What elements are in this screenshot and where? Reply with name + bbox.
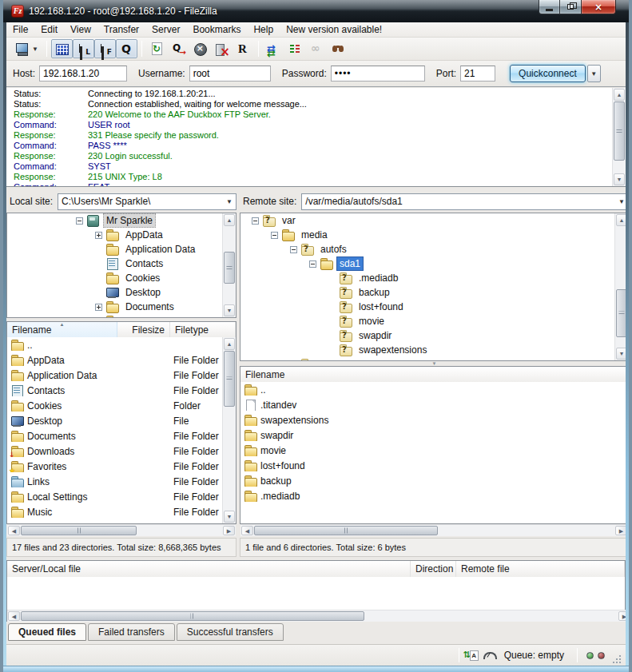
toggle-local-tree-button[interactable] bbox=[73, 39, 94, 58]
queue-hscrollbar-thumb[interactable] bbox=[21, 611, 364, 621]
tree-item-contacts[interactable]: Contacts bbox=[7, 256, 222, 271]
speed-limit-icon[interactable] bbox=[482, 649, 496, 662]
tree-item-autofs[interactable]: ?autofs bbox=[240, 242, 614, 256]
expand-icon[interactable] bbox=[95, 304, 102, 311]
file-row--[interactable]: .. bbox=[240, 382, 628, 397]
local-list-hscrollbar[interactable]: ◀ ▶ bbox=[7, 524, 236, 536]
resize-grip[interactable] bbox=[611, 654, 621, 663]
menu-item-bookmarks[interactable]: Bookmarks bbox=[186, 23, 247, 36]
file-row-downloads[interactable]: ↓DownloadsFile Folder bbox=[7, 443, 222, 459]
tree-item-appdata[interactable]: AppData bbox=[7, 228, 222, 242]
local-hscrollbar-thumb[interactable] bbox=[21, 526, 137, 535]
tree-item-cookies[interactable]: Cookies bbox=[7, 271, 222, 285]
column-header-filesize[interactable]: Filesize bbox=[117, 322, 170, 337]
menu-item-help[interactable]: Help bbox=[247, 23, 280, 36]
tree-item-application-data[interactable]: Application Data bbox=[7, 242, 222, 256]
port-input[interactable] bbox=[460, 66, 495, 82]
scroll-left-icon[interactable]: ◀ bbox=[8, 611, 20, 621]
scroll-up-icon[interactable]: ▲ bbox=[224, 214, 235, 226]
file-row-application-data[interactable]: Application DataFile Folder bbox=[7, 368, 222, 383]
tree-item-sda1[interactable]: sda1 bbox=[240, 256, 614, 271]
process-queue-button[interactable] bbox=[168, 39, 189, 58]
link-button[interactable] bbox=[306, 39, 328, 58]
tree-item-desktop[interactable]: Desktop bbox=[7, 285, 222, 300]
file-row-swapextensions[interactable]: swapextensions bbox=[240, 412, 628, 427]
collapse-icon[interactable] bbox=[76, 217, 83, 225]
reconnect-button[interactable] bbox=[233, 39, 254, 58]
menu-item-server[interactable]: Server bbox=[145, 23, 186, 36]
file-row-local-settings[interactable]: Local SettingsFile Folder bbox=[7, 489, 222, 504]
tree-item-mr-sparkle[interactable]: Mr Sparkle bbox=[7, 213, 222, 228]
remote-hscrollbar-thumb[interactable] bbox=[254, 526, 438, 535]
file-row--mediadb[interactable]: .mediadb bbox=[240, 488, 628, 503]
column-header-direction[interactable]: Direction bbox=[411, 561, 456, 577]
scroll-right-icon[interactable]: ▶ bbox=[223, 526, 235, 535]
collapse-icon[interactable] bbox=[309, 260, 316, 268]
file-row--titandev[interactable]: .titandev bbox=[240, 397, 628, 412]
scroll-left-icon[interactable]: ◀ bbox=[241, 526, 253, 535]
close-button[interactable]: × bbox=[582, 0, 616, 14]
scroll-up-icon[interactable]: ▲ bbox=[614, 89, 625, 101]
expand-icon[interactable] bbox=[95, 232, 102, 239]
toggle-remote-tree-button[interactable] bbox=[94, 39, 116, 58]
local-site-combo[interactable]: C:\Users\Mr Sparkle\ ▼ bbox=[58, 193, 237, 210]
tree-item-backup[interactable]: ?backup bbox=[240, 285, 614, 300]
password-input[interactable] bbox=[331, 66, 425, 82]
column-header-filetype[interactable]: Filetype bbox=[170, 322, 236, 337]
remote-site-combo[interactable]: /var/media/autofs/sda1 ▼ bbox=[301, 193, 629, 210]
cancel-operation-button[interactable] bbox=[189, 39, 211, 58]
tree-item-lost-found[interactable]: ?lost+found bbox=[240, 300, 614, 314]
log-scrollbar[interactable]: ▲ ▼ bbox=[612, 88, 626, 186]
file-row-movie[interactable]: movie bbox=[240, 443, 628, 458]
file-row-desktop[interactable]: DesktopFile bbox=[7, 413, 222, 428]
scroll-down-icon[interactable]: ▼ bbox=[614, 173, 625, 185]
queue-hscrollbar[interactable]: ◀ ▶ bbox=[7, 610, 631, 622]
file-row--[interactable]: .. bbox=[7, 337, 222, 352]
column-header-filename[interactable]: Filename ▲ bbox=[7, 322, 117, 337]
toggle-message-log-button[interactable] bbox=[51, 39, 73, 58]
tree-item-swapextensions[interactable]: ?swapextensions bbox=[240, 343, 614, 357]
tree-item-dvd[interactable]: ?dvd bbox=[240, 357, 614, 360]
column-header-filename[interactable]: Filename bbox=[240, 367, 628, 382]
menu-item-file[interactable]: File bbox=[6, 23, 34, 36]
tab-successful-transfers[interactable]: Successful transfers bbox=[177, 623, 284, 641]
menu-item-view[interactable]: View bbox=[64, 23, 97, 36]
disconnect-button[interactable] bbox=[211, 39, 233, 58]
local-tree-scrollbar-thumb[interactable] bbox=[224, 252, 235, 284]
restore-button[interactable] bbox=[560, 0, 582, 14]
log-scrollbar-thumb[interactable] bbox=[614, 101, 625, 161]
toggle-queue-button[interactable] bbox=[116, 39, 137, 58]
transfer-type-icon[interactable] bbox=[464, 649, 479, 662]
tree-item-swapdir[interactable]: ?swapdir bbox=[240, 328, 614, 343]
menu-item-edit[interactable]: Edit bbox=[34, 23, 64, 36]
local-tree-scrollbar[interactable]: ▲ ▼ bbox=[222, 213, 236, 317]
file-row-links[interactable]: LinksFile Folder bbox=[7, 474, 222, 489]
file-row-music[interactable]: MusicFile Folder bbox=[7, 504, 222, 519]
scroll-down-icon[interactable]: ▼ bbox=[224, 511, 235, 523]
synchronized-browsing-button[interactable] bbox=[284, 39, 306, 58]
file-row-favorites[interactable]: ★FavoritesFile Folder bbox=[7, 459, 222, 474]
tree-item--mediadb[interactable]: ?.mediadb bbox=[240, 271, 614, 285]
quickconnect-dropdown-button[interactable]: ▼ bbox=[587, 65, 601, 82]
minimize-button[interactable] bbox=[539, 0, 560, 14]
host-input[interactable] bbox=[39, 66, 127, 82]
tree-item-movie[interactable]: ?movie bbox=[240, 314, 614, 328]
file-row-contacts[interactable]: ContactsFile Folder bbox=[7, 383, 222, 398]
file-search-button[interactable] bbox=[328, 39, 349, 58]
scroll-left-icon[interactable]: ◀ bbox=[8, 526, 20, 535]
tab-failed-transfers[interactable]: Failed transfers bbox=[88, 623, 175, 641]
file-row-appdata[interactable]: AppDataFile Folder bbox=[7, 352, 222, 368]
column-header-remote-file[interactable]: Remote file bbox=[456, 561, 625, 577]
tree-item-media[interactable]: media bbox=[240, 228, 614, 242]
scroll-up-icon[interactable]: ▲ bbox=[224, 338, 235, 350]
refresh-button[interactable] bbox=[146, 39, 168, 58]
menu-item-new-version-available[interactable]: New version available! bbox=[280, 23, 388, 36]
column-header-server-local-file[interactable]: Server/Local file bbox=[7, 561, 411, 577]
username-input[interactable] bbox=[189, 66, 271, 82]
file-row-documents[interactable]: DocumentsFile Folder bbox=[7, 428, 222, 443]
quickconnect-button[interactable]: Quickconnect bbox=[510, 65, 586, 82]
tree-item-var[interactable]: ?var bbox=[240, 213, 614, 228]
menu-item-transfer[interactable]: Transfer bbox=[97, 23, 145, 36]
collapse-icon[interactable] bbox=[290, 246, 297, 253]
local-list-scrollbar[interactable]: ▲ ▼ bbox=[222, 337, 236, 523]
